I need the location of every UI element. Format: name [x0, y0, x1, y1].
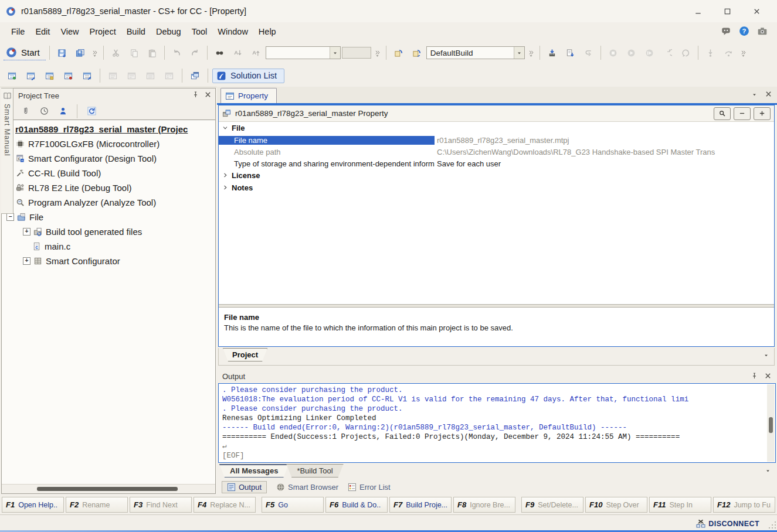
fn-f3-button[interactable]: F3Find Next: [130, 497, 192, 513]
output-tab--build-tool[interactable]: *Build Tool: [286, 464, 343, 478]
tree-expander-plus-icon[interactable]: +: [23, 257, 30, 265]
call-stack-panel-button[interactable]: [142, 67, 159, 84]
toolbar-overflow-icon[interactable]: [527, 49, 535, 57]
find-next-button[interactable]: A: [229, 45, 246, 61]
property-row-value[interactable]: Save for each user: [435, 159, 774, 168]
tree-item[interactable]: CC-RL (Build Tool): [2, 166, 215, 180]
tree-item[interactable]: R7F100GLGxFB (Microcontroller): [2, 137, 215, 151]
rerun-button[interactable]: [677, 45, 694, 61]
build-download-button[interactable]: [562, 45, 579, 61]
refresh-button[interactable]: [84, 104, 99, 118]
tree-item[interactable]: +Smart Configurator: [2, 254, 215, 268]
save-project-button[interactable]: [53, 45, 70, 61]
step-return-button[interactable]: [580, 45, 597, 61]
reset-button[interactable]: [659, 45, 676, 61]
resize-grip[interactable]: [768, 521, 776, 530]
property-row-label[interactable]: Absolute path: [219, 148, 435, 156]
tree-item[interactable]: Program Analyzer (Analyze Tool): [2, 195, 215, 210]
download-button[interactable]: [544, 45, 561, 61]
output-tab-all-messages[interactable]: All Messages: [219, 464, 289, 478]
property-category-file[interactable]: File: [219, 122, 774, 134]
property-row-label[interactable]: Type of storage and sharing environment-…: [219, 159, 435, 168]
dropdown-arrow-icon[interactable]: [751, 90, 758, 100]
menu-view[interactable]: View: [55, 25, 84, 38]
toolbar-overflow-icon[interactable]: [374, 49, 381, 57]
save-all-button[interactable]: [72, 45, 89, 61]
project-tree-panel-button[interactable]: [4, 67, 21, 84]
fn-f6-button[interactable]: F6Build & Do..: [325, 497, 388, 513]
chevron-right-icon[interactable]: [219, 172, 232, 180]
tree-item[interactable]: r01an5889_rl78g23_serial_master (Projec: [2, 122, 215, 137]
project-tree-hscrollbar[interactable]: [2, 484, 215, 493]
tab-project[interactable]: Project: [223, 348, 267, 362]
tree-item[interactable]: +Build tool generated files: [2, 224, 215, 239]
find-button[interactable]: [211, 45, 228, 61]
fn-f9-button[interactable]: F9Set/Delete...: [521, 497, 583, 513]
hscrollbar-thumb[interactable]: [37, 487, 178, 491]
feedback-button[interactable]: [721, 26, 731, 38]
vscrollbar-thumb[interactable]: [769, 417, 773, 433]
search-button[interactable]: [714, 107, 731, 120]
fn-f5-button[interactable]: F5Go: [262, 497, 324, 513]
tree-item[interactable]: cSmart Configurator (Design Tool): [2, 151, 215, 166]
close-panel-button[interactable]: [204, 91, 212, 100]
run-button[interactable]: [623, 45, 640, 61]
toolbar-overflow-icon[interactable]: [739, 49, 747, 57]
find-combobox[interactable]: [266, 46, 341, 59]
menu-build[interactable]: Build: [121, 25, 151, 38]
memory-panel-button[interactable]: [79, 67, 96, 84]
fn-f4-button[interactable]: F4Replace N...: [194, 497, 256, 513]
toolbar-field[interactable]: [342, 47, 371, 59]
menu-project[interactable]: Project: [84, 25, 121, 38]
debugger-connection-status[interactable]: DISCONNECT: [696, 519, 759, 528]
rebuild-project-button[interactable]: [408, 45, 425, 61]
tree-item[interactable]: RL78 E2 Lite (Debug Tool): [2, 180, 215, 195]
tab-property[interactable]: Property: [220, 88, 277, 103]
minimize-button[interactable]: [683, 2, 712, 21]
pin-button[interactable]: [751, 372, 758, 381]
dock-tab-error-list[interactable]: Error List: [348, 483, 391, 492]
dropdown-arrow-icon[interactable]: [765, 466, 771, 476]
dock-tab-output[interactable]: Output: [222, 481, 267, 493]
step-over-button[interactable]: [720, 45, 737, 61]
step-in-button[interactable]: [702, 45, 719, 61]
disassemble-panel-button[interactable]: [161, 67, 178, 84]
build-config-combobox[interactable]: DefaultBuild: [426, 46, 525, 59]
close-panel-button[interactable]: [764, 372, 772, 381]
tree-item[interactable]: cmain.c: [2, 239, 215, 254]
editor-panel-button[interactable]: [41, 67, 58, 84]
dropdown-arrow-icon[interactable]: [330, 47, 340, 59]
start-button[interactable]: Start: [4, 46, 46, 60]
clock-button[interactable]: [37, 104, 51, 118]
fn-f10-button[interactable]: F10Step Over: [585, 497, 647, 513]
property-row[interactable]: File namer01an5889_rl78g23_serial_master…: [219, 134, 774, 146]
fn-f7-button[interactable]: F7Build Proje...: [389, 497, 452, 513]
tree-expander-minus-icon[interactable]: −: [6, 213, 14, 221]
fn-f2-button[interactable]: F2Rename: [66, 497, 128, 513]
menu-edit[interactable]: Edit: [30, 25, 55, 38]
dropdown-arrow-icon[interactable]: [514, 47, 524, 59]
expand-all-button[interactable]: [754, 107, 771, 120]
dock-tab-smart-browser[interactable]: Smart Browser: [276, 483, 338, 492]
output-vscrollbar[interactable]: [767, 384, 775, 462]
pin-button[interactable]: [192, 91, 199, 100]
menu-debug[interactable]: Debug: [151, 25, 186, 38]
tree-item[interactable]: −File: [2, 210, 215, 224]
fn-f1-button[interactable]: F1Open Help..: [2, 497, 64, 513]
capture-button[interactable]: [757, 26, 768, 38]
close-document-button[interactable]: [765, 90, 772, 100]
smart-manual-sidetab[interactable]: Smart Manual: [1, 88, 13, 214]
menu-tool[interactable]: Tool: [186, 25, 213, 38]
redo-button[interactable]: [186, 45, 203, 61]
copy-button[interactable]: [125, 45, 142, 61]
restart-button[interactable]: [641, 45, 658, 61]
collapse-all-button[interactable]: [734, 107, 751, 120]
menu-help[interactable]: Help: [253, 25, 281, 38]
toolbar-overflow-icon[interactable]: [91, 49, 99, 57]
maximize-button[interactable]: [712, 2, 742, 21]
chevron-down-icon[interactable]: [219, 124, 232, 132]
stop-button[interactable]: [605, 45, 622, 61]
property-row-value[interactable]: C:\Users\ZichenWang\Downloads\RL78_G23 H…: [435, 148, 774, 156]
menu-window[interactable]: Window: [212, 25, 253, 38]
local-variables-panel-button[interactable]: [123, 67, 140, 84]
